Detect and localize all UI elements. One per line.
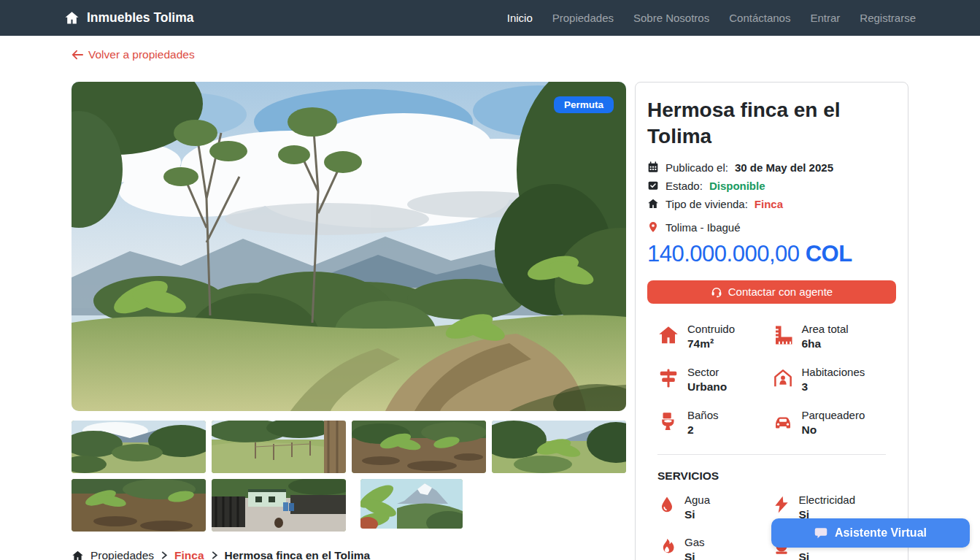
nav-item-entrar[interactable]: Entrar <box>810 12 840 24</box>
signpost-icon <box>657 367 679 389</box>
published-row: Publicado el: 30 de May del 2025 <box>647 161 896 174</box>
estado-label: Estado: <box>665 180 703 192</box>
estado-value: Disponible <box>709 180 765 192</box>
nav-item-propiedades[interactable]: Propiedades <box>552 12 614 24</box>
chat-bubble-icon <box>814 527 827 539</box>
thumbnail-photo-6[interactable] <box>212 479 346 532</box>
calendar-icon <box>647 161 659 173</box>
thumbnail-photo-3[interactable] <box>352 421 486 473</box>
virtual-assistant-label: Asistente Virtual <box>835 526 927 540</box>
car-icon <box>772 410 794 432</box>
home-icon <box>72 550 84 560</box>
service-electricidad: ElectricidadSi <box>772 494 887 521</box>
nav-item-sobre-nosotros[interactable]: Sobre Nosotros <box>633 12 709 24</box>
price: 140.000.000,00 COL <box>647 241 896 267</box>
detail-contruido: Contruido74m² <box>657 323 772 350</box>
price-amount: 140.000.000,00 <box>647 241 800 266</box>
thumbnail-photo-1[interactable] <box>72 421 206 473</box>
arrow-left-icon <box>72 50 83 60</box>
detail-sector: SectorUrbano <box>657 366 772 394</box>
thumbnail-photo-4[interactable] <box>492 421 626 473</box>
published-value: 30 de May del 2025 <box>735 161 833 174</box>
property-title: Hermosa finca en el Tolima <box>647 97 896 150</box>
map-pin-icon <box>647 221 659 233</box>
detail-banos: Baños2 <box>657 409 772 437</box>
service-gas: GasSi <box>657 536 772 560</box>
thumbnail-photo-7[interactable] <box>360 479 463 529</box>
location-row: Tolima - Ibagué <box>647 221 896 234</box>
landscape-photo <box>72 82 626 411</box>
service-agua: AguaSi <box>657 494 772 521</box>
tipo-value: Finca <box>755 198 783 210</box>
water-drop-icon <box>657 495 676 514</box>
home-icon <box>64 10 80 26</box>
toilet-icon <box>657 410 679 432</box>
property-card: Hermosa finca en el Tolima Publicado el:… <box>635 82 908 560</box>
detail-parqueadero: ParqueaderoNo <box>772 409 887 437</box>
permuta-badge: Permuta <box>554 96 614 113</box>
house-icon <box>657 324 679 346</box>
contact-agent-label: Contactar con agente <box>728 285 833 298</box>
nav-links: Inicio Propiedades Sobre Nosotros Contác… <box>507 12 916 24</box>
house-person-icon <box>772 367 794 389</box>
services-heading: SERVICIOS <box>657 469 886 483</box>
thumbnail-strip <box>72 421 626 532</box>
nav-item-inicio[interactable]: Inicio <box>507 12 533 24</box>
navbar: Inmuebles Tolima Inicio Propiedades Sobr… <box>0 0 980 36</box>
thumbnail-photo-5[interactable] <box>72 479 206 532</box>
brand-link[interactable]: Inmuebles Tolima <box>64 10 194 26</box>
tipo-label: Tipo de vivienda: <box>665 198 748 210</box>
breadcrumb-finca[interactable]: Finca <box>174 549 204 560</box>
headset-icon <box>711 286 722 298</box>
house-icon <box>647 198 659 210</box>
chevron-right-icon <box>211 549 218 560</box>
main-photo[interactable]: Permuta <box>72 82 626 411</box>
location-text: Tolima - Ibagué <box>665 221 741 234</box>
breadcrumb: Propiedades Finca Hermosa finca en el To… <box>72 549 626 560</box>
estado-row: Estado: Disponible <box>647 180 896 192</box>
thumbnail-photo-2[interactable] <box>212 421 346 473</box>
virtual-assistant-button[interactable]: Asistente Virtual <box>771 518 970 548</box>
check-square-icon <box>647 180 659 191</box>
brand-title: Inmuebles Tolima <box>87 10 194 26</box>
chevron-right-icon <box>161 549 168 560</box>
price-currency: COL <box>806 241 852 266</box>
nav-item-registrarse[interactable]: Registrarse <box>860 12 916 24</box>
divider <box>657 454 886 455</box>
breadcrumb-propiedades[interactable]: Propiedades <box>90 549 154 560</box>
ruler-icon <box>772 324 794 346</box>
published-label: Publicado el: <box>665 161 728 174</box>
back-to-properties-link[interactable]: Volver a propiedades <box>72 48 195 61</box>
lightning-icon <box>772 495 791 514</box>
nav-item-contactanos[interactable]: Contáctanos <box>729 12 790 24</box>
breadcrumb-current: Hermosa finca en el Tolima <box>225 549 371 560</box>
flame-icon <box>657 537 676 556</box>
detail-habitaciones: Habitaciones3 <box>772 366 887 394</box>
contact-agent-button[interactable]: Contactar con agente <box>647 280 896 304</box>
details-grid: Contruido74m² Area total6ha SectorUrbano… <box>647 323 896 437</box>
tipo-row: Tipo de vivienda: Finca <box>647 198 896 210</box>
detail-area-total: Area total6ha <box>772 323 887 350</box>
